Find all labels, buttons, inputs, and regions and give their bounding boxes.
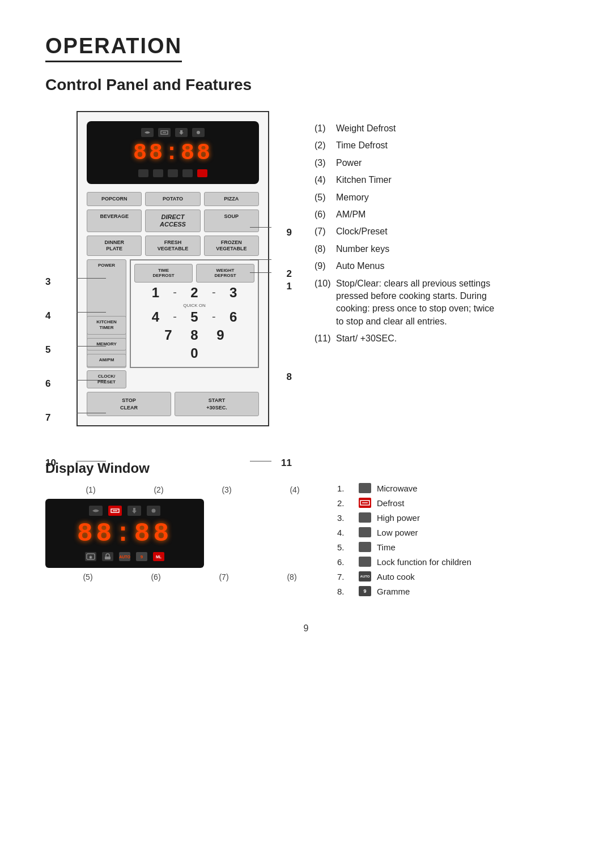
icon-defrost [158,128,171,137]
btn-pizza[interactable]: PIZZA [204,192,259,206]
num-2[interactable]: 2 [186,285,203,301]
dw-feature-1: 1. Microwave [337,483,567,493]
icon-gramme-sm [182,169,193,177]
line-ampm [76,380,106,380]
icon-lock-sm [153,169,163,177]
btn-clock-preset[interactable]: CLOCK/PRESET [87,370,126,389]
dw-icon-highpower [128,506,141,516]
dw-feature-3: 3. High power [337,512,567,523]
dw-inline-icon-microwave [359,483,371,493]
annotation-3: 3 [45,276,50,288]
dw-icon-lock [102,552,113,561]
feature-item-8: (8) Number keys [314,243,567,255]
features-list: (1) Weight Defrost (2) Time Defrost (3) … [314,111,567,349]
annotation-10: 10 [45,457,56,469]
num-1[interactable]: 1 [147,285,164,301]
svg-point-13 [363,545,367,549]
dw-display-time: 88:88 [53,519,196,549]
feature-item-6: (6) AM/PM [314,208,567,221]
page-title: OPERATION [45,34,182,62]
numpad-row-789: 7 8 9 [134,327,254,343]
dw-feature-8: 8. 9 Gramme [337,586,567,596]
btn-start[interactable]: START+30sec. [175,392,259,416]
feature-item-11: (11) Start/ +30SEC. [314,332,567,345]
display-window-left: Display Window (1) (2) (3) (4) [45,460,303,581]
btn-weight-defrost[interactable]: WEIGHTDEFROST [196,264,254,283]
feature-item-2: (2) Time Defrost [314,139,567,152]
dw-inline-icon-defrost [359,498,371,508]
dw-feature-4: 4. Low power [337,527,567,537]
svg-point-11 [363,530,367,535]
btn-soup[interactable]: SOUP [204,209,259,232]
auto-menu-row-1: POPCORN POTATO PIZZA [87,192,259,206]
num-0[interactable]: 0 [186,345,203,361]
display-icons-bottom [138,169,207,177]
btn-dinner-plate[interactable]: DINNERPLATE [87,236,142,256]
num-9[interactable]: 9 [212,327,229,343]
line-weight-defrost [250,272,271,273]
display-window-title: Display Window [45,460,303,476]
annotation-9: 9 [287,227,292,238]
line-kitchen [76,312,106,313]
direct-access-row: BEVERAGE DirectAccess SOUP [87,209,259,232]
dw-icons-top [53,506,196,516]
svg-point-2 [197,131,200,134]
btn-beverage[interactable]: BEVERAGE [87,209,142,232]
annotation-11: 11 [281,457,292,469]
numpad-row-456: 4 - 5 - 6 [134,309,254,325]
display-area: 88:88 [87,121,259,184]
dw-feature-5: 5. Time [337,542,567,552]
dw-feature-7: 7. AUTO Auto cook [337,571,567,581]
btn-popcorn[interactable]: POPCORN [87,192,142,206]
section-subtitle: Control Panel and Features [45,76,567,94]
btn-direct-access[interactable]: DirectAccess [145,209,200,232]
dw-icon-time: ◉ [85,552,96,561]
btn-potato[interactable]: POTATO [145,192,200,206]
dw-callout-top: (1) (2) (3) (4) [45,485,303,494]
num-8[interactable]: 8 [186,327,203,343]
feature-item-10: (10) Stop/Clear: clears all previous set… [314,277,567,328]
num-6[interactable]: 6 [225,309,242,325]
annotation-7: 7 [45,412,50,424]
dw-icon-ml: ML [153,552,164,561]
btn-time-defrost[interactable]: TIMEDEFROST [134,264,193,283]
quick-on-label: QUICK ON [134,303,254,308]
dw-icon-gramme: 9 [136,552,147,561]
num-4[interactable]: 4 [147,309,164,325]
icon-low-power [192,128,205,137]
annotation-2: 2 [287,268,292,280]
dw-inline-icon-lock [359,557,371,567]
icon-microwave [141,128,154,137]
line-stop [76,461,106,461]
numpad-row-0: 0 [134,345,254,361]
annotation-4: 4 [45,310,50,322]
annotation-5: 5 [45,344,50,356]
dw-icon-defrost [108,506,122,516]
btn-ampm[interactable]: AM/PM [87,354,126,366]
num-3[interactable]: 3 [225,285,242,301]
dw-inline-icon-autocook: AUTO [359,571,371,581]
dw-inline-icon-gramme: 9 [359,586,371,596]
microwave-panel: 88:88 POPCORN POTATO PIZZA BEVERAGE [76,111,269,426]
svg-rect-8 [105,557,110,559]
annotation-6: 6 [45,378,50,390]
num-5[interactable]: 5 [186,309,203,325]
btn-memory[interactable]: MEMORY [87,338,126,350]
dw-icon-lowpower [147,506,160,516]
dw-icon-autocook: AUTO [119,552,130,561]
line-power [76,278,106,279]
btn-kitchen-timer[interactable]: KITCHENTIMER [87,316,126,335]
line-start [250,461,271,461]
feature-item-4: (4) Kitchen Timer [314,174,567,186]
display-time: 88:88 [133,140,212,166]
feature-item-1: (1) Weight Defrost [314,122,567,135]
btn-fresh-vegetable[interactable]: FRESHVEGETABLE [145,236,200,256]
annotation-1: 1 [287,281,292,292]
icon-high-power [175,128,188,137]
feature-item-5: (5) Memory [314,191,567,204]
svg-text:◉: ◉ [89,555,92,559]
auto-menu-row-2: DINNERPLATE FRESHVEGETABLE FROZENVEGETAB… [87,236,259,256]
dw-feature-6: 6. Lock function for children [337,557,567,567]
num-7[interactable]: 7 [160,327,177,343]
btn-frozen-vegetable[interactable]: FROZENVEGETABLE [204,236,259,256]
